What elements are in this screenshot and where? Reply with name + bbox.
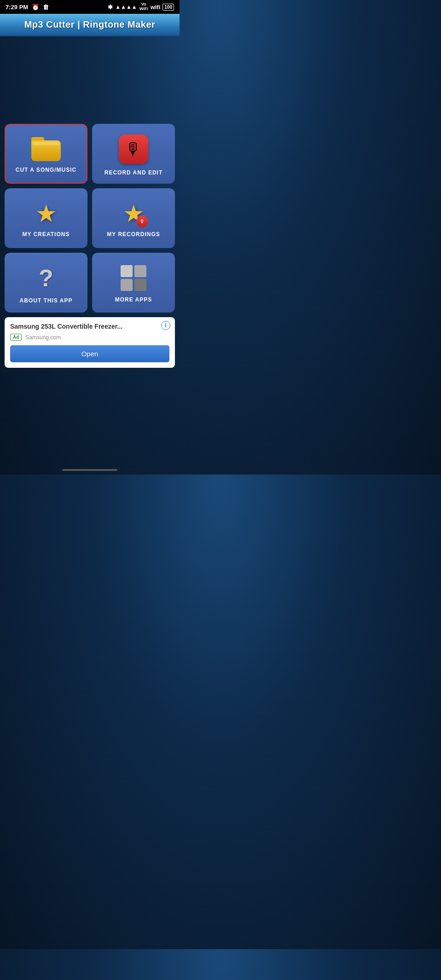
delete-icon: 🗑 bbox=[43, 4, 49, 11]
mic-badge-icon: 🎙 bbox=[136, 215, 148, 227]
alarm-icon: ⏰ bbox=[32, 4, 39, 11]
about-app-button[interactable]: ? ABOUT THIS APP bbox=[5, 253, 87, 313]
about-app-label: ABOUT THIS APP bbox=[20, 297, 73, 304]
status-bar: 7:29 PM ⏰ 🗑 ✱ ▲▲▲▲ VoWiFi wifi 100 bbox=[0, 0, 180, 14]
time-display: 7:29 PM bbox=[6, 4, 28, 11]
my-recordings-label: MY RECORDINGS bbox=[107, 231, 160, 238]
title-bar: Mp3 Cutter | Ringtone Maker bbox=[0, 14, 180, 36]
star-mic-icon: ★ 🎙 bbox=[123, 202, 145, 226]
mic-icon-container: 🎙 bbox=[119, 134, 148, 164]
top-spacer bbox=[0, 36, 180, 119]
ad-source-text: Samsung.com bbox=[25, 334, 61, 341]
home-indicator bbox=[62, 469, 117, 471]
my-recordings-button[interactable]: ★ 🎙 MY RECORDINGS bbox=[92, 188, 175, 248]
apps-cell-4 bbox=[134, 279, 146, 291]
cut-song-label: CUT A SONG/MUSIC bbox=[16, 167, 76, 173]
my-creations-button[interactable]: ★ MY CREATIONS bbox=[5, 188, 87, 248]
my-creations-label: MY CREATIONS bbox=[23, 231, 70, 238]
bottom-spacer bbox=[0, 368, 180, 460]
ad-open-button[interactable]: Open bbox=[10, 345, 169, 362]
ad-title: Samsung 253L Convertible Freezer... bbox=[10, 323, 169, 330]
question-mark-icon: ? bbox=[39, 264, 53, 292]
ad-source-row: Ad Samsung.com bbox=[10, 334, 169, 341]
main-grid: CUT A SONG/MUSIC 🎙 RECORD AND EDIT ★ MY … bbox=[0, 119, 180, 317]
status-left: 7:29 PM ⏰ 🗑 bbox=[6, 4, 49, 11]
apps-grid-icon bbox=[121, 265, 146, 291]
ad-badge: Ad bbox=[10, 334, 22, 341]
cut-song-button[interactable]: CUT A SONG/MUSIC bbox=[5, 124, 87, 184]
star-icon: ★ bbox=[35, 202, 57, 226]
folder-icon bbox=[31, 137, 61, 161]
apps-cell-2 bbox=[134, 265, 146, 277]
ad-banner: i Samsung 253L Convertible Freezer... Ad… bbox=[5, 317, 175, 368]
battery-indicator: 100 bbox=[162, 4, 174, 11]
vowifi-label: VoWiFi bbox=[139, 2, 148, 12]
more-apps-button[interactable]: MORE APPS bbox=[92, 253, 175, 313]
mic-icon: 🎙 bbox=[125, 139, 142, 159]
more-apps-label: MORE APPS bbox=[115, 296, 152, 303]
record-edit-label: RECORD AND EDIT bbox=[104, 169, 163, 176]
status-right: ✱ ▲▲▲▲ VoWiFi wifi 100 bbox=[108, 2, 174, 12]
wifi-icon: wifi bbox=[151, 4, 161, 11]
ad-info-icon[interactable]: i bbox=[161, 321, 170, 330]
record-edit-button[interactable]: 🎙 RECORD AND EDIT bbox=[92, 124, 175, 184]
apps-cell-1 bbox=[121, 265, 133, 277]
folder-body bbox=[31, 140, 61, 161]
apps-cell-3 bbox=[121, 279, 133, 291]
signal-icon: ▲▲▲▲ bbox=[115, 4, 137, 10]
bluetooth-icon: ✱ bbox=[108, 4, 113, 11]
app-title: Mp3 Cutter | Ringtone Maker bbox=[5, 19, 175, 30]
